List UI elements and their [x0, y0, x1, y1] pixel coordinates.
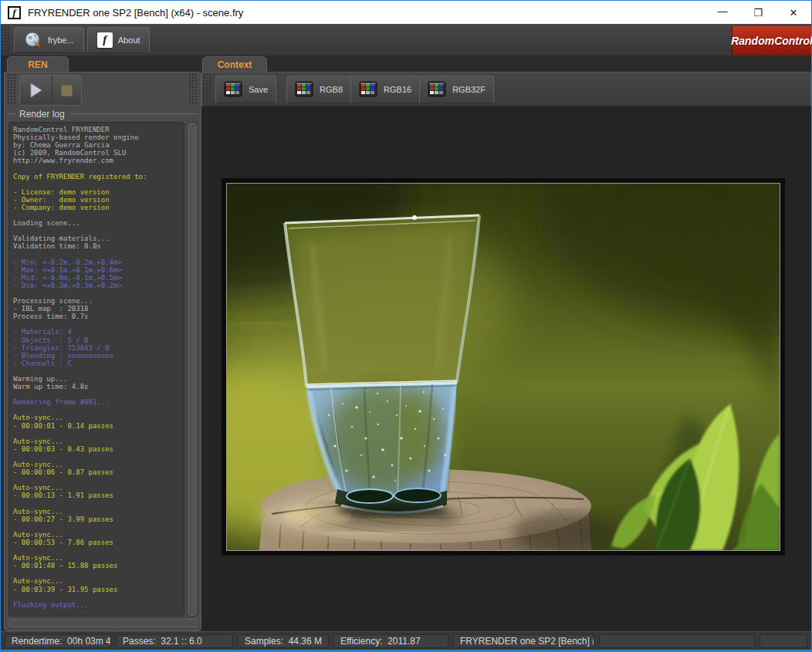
main-toolbar: frybe... f About RandomControl — [1, 24, 811, 56]
status-passes: Passes: 32.1 :: 6.0 — [116, 634, 233, 648]
stop-icon — [61, 85, 73, 96]
rgb-palette-icon — [295, 81, 313, 98]
rgb8-label: RGB8 — [320, 85, 343, 94]
rgb16-button[interactable]: RGB16 — [350, 76, 420, 103]
save-button[interactable]: Save — [215, 76, 276, 103]
rgb32f-label: RGB32F — [452, 85, 486, 94]
window-title: FRYRENDER one SP2 [Bench] (x64) - scene.… — [28, 7, 705, 19]
about-label: About — [118, 35, 140, 45]
rgb16-label: RGB16 — [384, 85, 411, 94]
maximize-button[interactable]: ❐ — [740, 1, 776, 24]
fryrender-f-icon: f — [97, 32, 113, 48]
tab-ren-label: REN — [28, 59, 47, 70]
rgb-palette-icon — [224, 81, 242, 98]
transport-grip-left — [8, 74, 16, 105]
about-button[interactable]: f About — [87, 27, 151, 53]
status-rendertime: Rendertime: 00h 03m 40s — [5, 634, 111, 648]
tab-ren[interactable]: REN — [7, 56, 69, 72]
log-vscroll-thumb[interactable] — [188, 123, 197, 616]
app-icon: f — [8, 6, 21, 19]
log-vertical-scrollbar[interactable] — [187, 122, 198, 617]
rendered-image-frame — [222, 178, 785, 556]
tab-context[interactable]: Context — [202, 56, 267, 72]
frybench-button[interactable]: frybe... — [14, 27, 84, 53]
context-toolbar: Save RGB8 RGB16 RGB32F — [201, 72, 811, 106]
rgb32f-button[interactable]: RGB32F — [419, 76, 494, 103]
status-samples: Samples: 44.36 M — [238, 634, 329, 648]
play-icon — [29, 82, 44, 99]
status-appname: FRYRENDER one SP2 [Bench] (x64) — [453, 634, 594, 648]
save-label: Save — [249, 85, 268, 94]
randomcontrol-logo: RandomControl — [732, 26, 811, 55]
statusbar: Rendertime: 00h 03m 40s Passes: 32.1 :: … — [1, 631, 811, 650]
maximize-icon: ❐ — [753, 7, 763, 19]
rgb8-button[interactable]: RGB8 — [286, 76, 351, 103]
app-window: f FRYRENDER one SP2 [Bench] (x64) - scen… — [0, 0, 812, 652]
minimize-button[interactable]: — — [705, 1, 740, 24]
titlebar: f FRYRENDER one SP2 [Bench] (x64) - scen… — [1, 1, 811, 24]
close-button[interactable]: ✕ — [776, 1, 811, 24]
render-start-button[interactable] — [20, 76, 52, 105]
log-horizontal-scrollbar[interactable] — [8, 619, 198, 627]
rgb-palette-icon — [359, 81, 377, 98]
toolbar-grip — [2, 25, 10, 54]
minimize-icon: — — [718, 5, 728, 17]
render-log-label: Render log — [19, 109, 65, 120]
tab-context-label: Context — [218, 59, 252, 70]
context-toolbar-grip — [203, 74, 211, 103]
rendered-image — [227, 184, 780, 550]
render-log-console[interactable]: RandomControl FRYRENDERPhysically-based … — [8, 122, 184, 617]
render-stop-button[interactable] — [52, 76, 81, 105]
status-efficiency: Efficiency: 2011.87 — [333, 634, 448, 648]
status-empty-2 — [760, 634, 807, 648]
render-canvas — [201, 106, 811, 631]
globe-icon — [24, 31, 42, 49]
status-empty-1 — [599, 634, 755, 648]
rgb32f-label-icon — [428, 81, 446, 98]
frybench-label: frybe... — [48, 35, 74, 45]
transport-grip-right — [189, 74, 198, 105]
render-panel: Render log RandomControl FRYRENDERPhysic… — [4, 72, 201, 631]
close-icon: ✕ — [790, 7, 798, 19]
